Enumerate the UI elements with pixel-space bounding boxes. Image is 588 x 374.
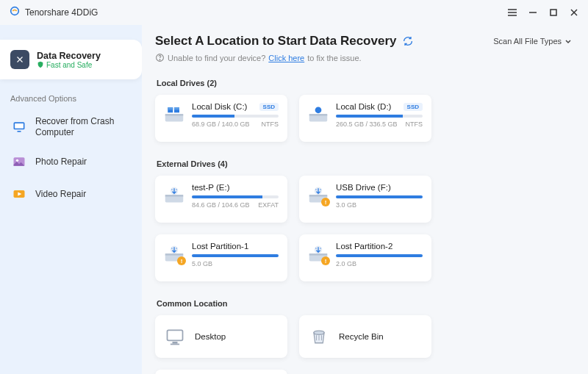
svg-rect-23: [309, 114, 328, 116]
drive-usage: 5.0 GB: [192, 260, 212, 267]
shield-icon: [37, 61, 44, 68]
svg-rect-20: [168, 107, 173, 109]
warning-icon: !: [177, 256, 186, 265]
sidebar-item-photo-repair[interactable]: Photo Repair: [0, 145, 142, 178]
drive-usage: 2.0 GB: [336, 260, 356, 267]
drive-icon: [164, 104, 184, 124]
drive-usage: 84.6 GB / 104.6 GB: [192, 201, 250, 209]
drive-card[interactable]: ! Lost Partition-2 2.0 GB: [299, 234, 431, 281]
svg-rect-35: [309, 253, 328, 256]
app-logo-icon: [9, 5, 21, 20]
ssd-badge: SSD: [404, 103, 423, 111]
drive-fs: EXFAT: [258, 201, 279, 209]
svg-point-15: [159, 60, 160, 60]
drive-card[interactable]: Local Disk (D:)SSD 260.5 GB / 336.5 GBNT…: [299, 95, 431, 142]
svg-point-40: [314, 331, 324, 334]
drive-name: USB Drive (F:): [336, 183, 391, 192]
drive-name: Local Disk (D:): [336, 102, 391, 111]
location-label: Recycle Bin: [339, 332, 384, 341]
minimize-icon[interactable]: [528, 7, 538, 18]
close-icon[interactable]: [569, 7, 579, 18]
svg-rect-37: [168, 330, 183, 340]
drive-card[interactable]: test-P (E:) 84.6 GB / 104.6 GBEXFAT: [155, 176, 287, 223]
drive-name: Lost Partition-1: [192, 242, 248, 251]
svg-point-0: [11, 7, 19, 15]
location-card[interactable]: Select Folder: [155, 370, 287, 374]
svg-point-24: [315, 107, 322, 113]
svg-point-12: [16, 159, 18, 162]
drive-icon: !: [308, 243, 329, 264]
hint-prefix: Unable to find your device?: [168, 54, 265, 62]
drive-icon: !: [308, 184, 329, 205]
drive-name: test-P (E:): [192, 183, 230, 192]
svg-rect-38: [173, 342, 178, 344]
warning-icon: !: [321, 256, 330, 265]
svg-rect-5: [551, 10, 556, 15]
drive-name: Local Disk (C:): [192, 102, 247, 111]
sidebar: Data Recovery Fast and Safe Advanced Opt…: [0, 25, 142, 374]
refresh-icon[interactable]: [402, 35, 414, 47]
svg-rect-39: [171, 344, 179, 345]
svg-rect-26: [165, 195, 184, 197]
page-title: Select A Location to Start Data Recovery: [155, 34, 396, 48]
location-card[interactable]: Recycle Bin: [299, 315, 431, 358]
section-external-drives: External Drives (4): [157, 159, 572, 168]
main-content: Select A Location to Start Data Recovery…: [142, 25, 588, 374]
tools-icon: [10, 50, 29, 69]
usage-bar: [336, 115, 423, 118]
sidebar-item-data-recovery[interactable]: Data Recovery Fast and Safe: [0, 40, 142, 79]
svg-rect-9: [15, 123, 24, 129]
drive-icon: [164, 184, 184, 205]
sidebar-item-video-repair[interactable]: Video Repair: [0, 178, 142, 210]
maximize-icon[interactable]: [548, 7, 559, 18]
desktop-icon: [164, 326, 186, 348]
drive-icon: [308, 104, 329, 124]
hamburger-icon[interactable]: [507, 7, 517, 18]
device-hint: Unable to find your device? Click here t…: [155, 53, 572, 62]
drive-card[interactable]: ! USB Drive (F:) 3.0 GB: [299, 176, 431, 223]
svg-rect-32: [165, 253, 184, 256]
usage-bar: [336, 254, 423, 257]
section-local-drives: Local Drives (2): [157, 79, 572, 87]
drive-card[interactable]: Local Disk (C:)SSD 68.9 GB / 140.0 GBNTF…: [155, 95, 287, 142]
photo-icon: [10, 153, 28, 170]
question-icon: [155, 53, 165, 62]
drive-usage: 3.0 GB: [336, 201, 356, 209]
video-icon: [10, 185, 28, 203]
drive-name: Lost Partition-2: [336, 242, 392, 251]
hint-suffix: to fix the issue.: [307, 54, 361, 62]
ssd-badge: SSD: [259, 103, 279, 111]
drive-card[interactable]: ! Lost Partition-1 5.0 GB: [155, 234, 287, 281]
hint-link[interactable]: Click here: [268, 54, 304, 62]
sidebar-item-label: Video Repair: [35, 189, 86, 200]
sidebar-item-label: Recover from Crash Computer: [35, 116, 123, 138]
drive-icon: !: [164, 243, 184, 264]
svg-rect-29: [309, 195, 328, 197]
drive-usage: 260.5 GB / 336.5 GB: [336, 121, 398, 128]
location-label: Desktop: [195, 332, 226, 341]
usage-bar: [192, 195, 279, 198]
sidebar-item-label: Photo Repair: [35, 157, 87, 168]
location-card[interactable]: Desktop: [155, 315, 287, 358]
title-bar: Tenorshare 4DDiG: [0, 0, 588, 25]
drive-fs: NTFS: [262, 121, 279, 128]
sidebar-item-recover-crash[interactable]: Recover from Crash Computer: [0, 109, 142, 145]
monitor-icon: [10, 118, 28, 136]
drive-fs: NTFS: [406, 121, 423, 128]
section-common-location: Common Location: [157, 299, 572, 308]
chevron-down-icon: [564, 37, 572, 45]
usage-bar: [192, 115, 279, 118]
usage-bar: [192, 254, 279, 257]
app-title: Tenorshare 4DDiG: [25, 7, 98, 18]
warning-icon: !: [321, 198, 330, 206]
svg-rect-10: [18, 131, 21, 132]
svg-rect-17: [165, 114, 184, 116]
sidebar-main-label: Data Recovery: [37, 51, 101, 61]
scan-file-types-dropdown[interactable]: Scan All File Types: [493, 37, 572, 46]
bin-icon: [308, 326, 330, 348]
svg-rect-21: [174, 107, 179, 109]
usage-bar: [336, 195, 423, 198]
scan-types-label: Scan All File Types: [493, 37, 562, 46]
sidebar-main-sub: Fast and Safe: [46, 61, 92, 69]
drive-usage: 68.9 GB / 140.0 GB: [192, 121, 250, 128]
